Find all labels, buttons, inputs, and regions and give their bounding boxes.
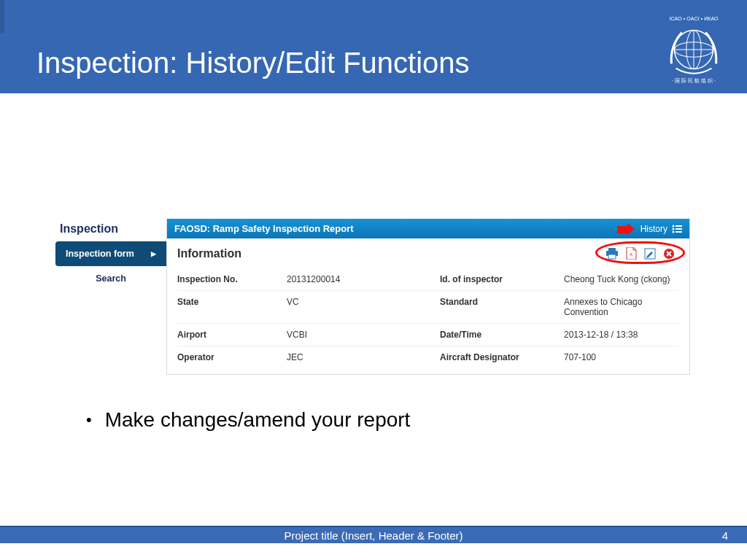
- page-number: 4: [722, 529, 728, 542]
- table-row: Inspection No. 20131200014 Id. of inspec…: [177, 268, 679, 291]
- table-row: Airport VCBI Date/Time 2013-12-18 / 13:3…: [177, 324, 679, 346]
- label-state: State: [177, 297, 287, 317]
- label-designator: Aircraft Designator: [440, 352, 564, 362]
- svg-text:· 国 际 民 航 组 织 ·: · 国 际 民 航 组 织 ·: [672, 78, 716, 84]
- sidebar-item-inspection-form[interactable]: Inspection form ▶: [55, 241, 166, 266]
- history-link[interactable]: History: [640, 224, 667, 234]
- section-title: Information: [177, 247, 241, 260]
- bullet-dot: •: [86, 412, 92, 428]
- label-standard: Standard: [440, 297, 564, 317]
- report-title: FAOSD: Ramp Safety Inspection Report: [174, 223, 354, 234]
- bullet-text: Make changes/amend your report: [105, 408, 411, 432]
- action-icons: A: [601, 246, 679, 261]
- sidebar-item-search[interactable]: Search: [55, 266, 166, 291]
- info-grid: Inspection No. 20131200014 Id. of inspec…: [167, 265, 689, 374]
- sidebar-heading: Inspection: [55, 219, 166, 241]
- svg-rect-12: [676, 231, 682, 233]
- arrow-callout: [617, 224, 636, 234]
- title-bar: Inspection: History/Edit Functions ICAO …: [0, 0, 747, 93]
- list-icon[interactable]: [672, 225, 682, 233]
- icao-logo: ICAO • OACI • ИКАО · 国 际 民 航 组 织 ·: [657, 10, 731, 85]
- value-airport: VCBI: [287, 330, 440, 340]
- value-inspection-no: 20131200014: [287, 274, 440, 284]
- svg-text:ICAO • OACI • ИКАО: ICAO • OACI • ИКАО: [669, 16, 719, 22]
- accent-stripe: [0, 0, 4, 33]
- slide: Inspection: History/Edit Functions ICAO …: [0, 0, 747, 560]
- footer-title: Project title (Insert, Header & Footer): [284, 529, 462, 542]
- svg-point-9: [673, 228, 675, 230]
- svg-rect-8: [676, 225, 682, 227]
- sidebar-item-label: Inspection form: [66, 249, 134, 259]
- print-icon[interactable]: [605, 248, 619, 260]
- pdf-icon[interactable]: A: [626, 247, 637, 260]
- slide-title: Inspection: History/Edit Functions: [36, 47, 470, 79]
- svg-point-11: [673, 230, 675, 233]
- report-screenshot: Inspection Inspection form ▶ Search FAOS…: [55, 219, 690, 375]
- delete-icon[interactable]: [663, 248, 675, 260]
- table-row: Operator JEC Aircraft Designator 707-100: [177, 346, 679, 368]
- chevron-right-icon: ▶: [151, 250, 156, 257]
- label-datetime: Date/Time: [440, 330, 564, 340]
- value-inspector: Cheong Tuck Kong (ckong): [564, 274, 679, 284]
- svg-rect-15: [608, 254, 616, 259]
- svg-rect-13: [608, 248, 616, 251]
- table-row: State VC Standard Annexes to Chicago Con…: [177, 291, 679, 324]
- label-airport: Airport: [177, 330, 287, 340]
- value-datetime: 2013-12-18 / 13:38: [564, 330, 679, 340]
- svg-rect-10: [676, 228, 682, 230]
- label-inspection-no: Inspection No.: [177, 274, 287, 284]
- report-panel: FAOSD: Ramp Safety Inspection Report His…: [166, 219, 690, 375]
- label-inspector: Id. of inspector: [440, 274, 564, 284]
- svg-text:A: A: [630, 252, 632, 257]
- sidebar: Inspection Inspection form ▶ Search: [55, 219, 166, 375]
- edit-icon[interactable]: [644, 248, 656, 260]
- report-title-bar: FAOSD: Ramp Safety Inspection Report His…: [167, 219, 689, 238]
- value-operator: JEC: [287, 352, 440, 362]
- value-standard: Annexes to Chicago Convention: [564, 297, 679, 317]
- value-designator: 707-100: [564, 352, 679, 362]
- bullet-item: • Make changes/amend your report: [86, 408, 410, 432]
- value-state: VC: [287, 297, 440, 317]
- svg-point-7: [673, 225, 675, 227]
- label-operator: Operator: [177, 352, 287, 362]
- footer-bar: Project title (Insert, Header & Footer) …: [0, 526, 747, 543]
